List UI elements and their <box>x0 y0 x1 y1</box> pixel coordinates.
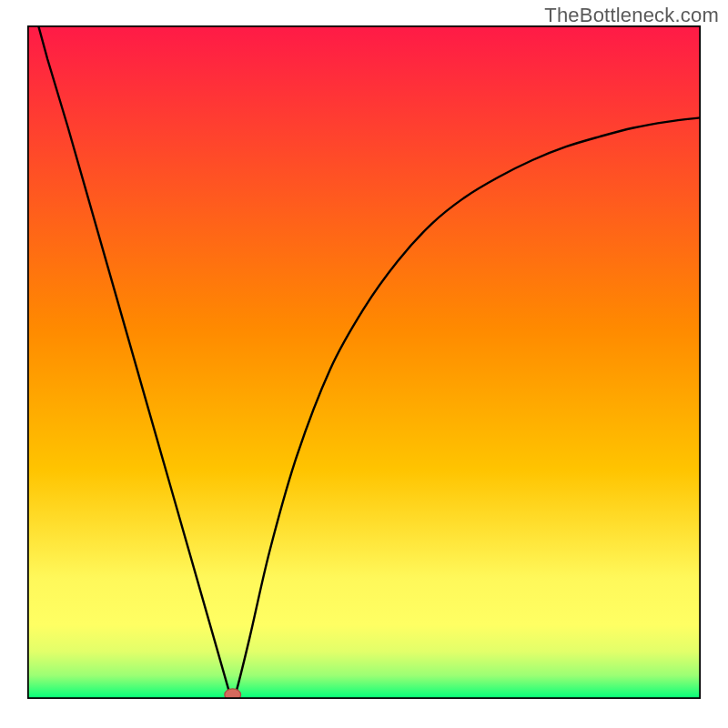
gradient-background <box>27 25 701 699</box>
plot-area <box>27 25 701 699</box>
plot-svg <box>27 25 701 699</box>
watermark-text: TheBottleneck.com <box>544 4 719 27</box>
chart-frame: TheBottleneck.com <box>0 0 728 728</box>
